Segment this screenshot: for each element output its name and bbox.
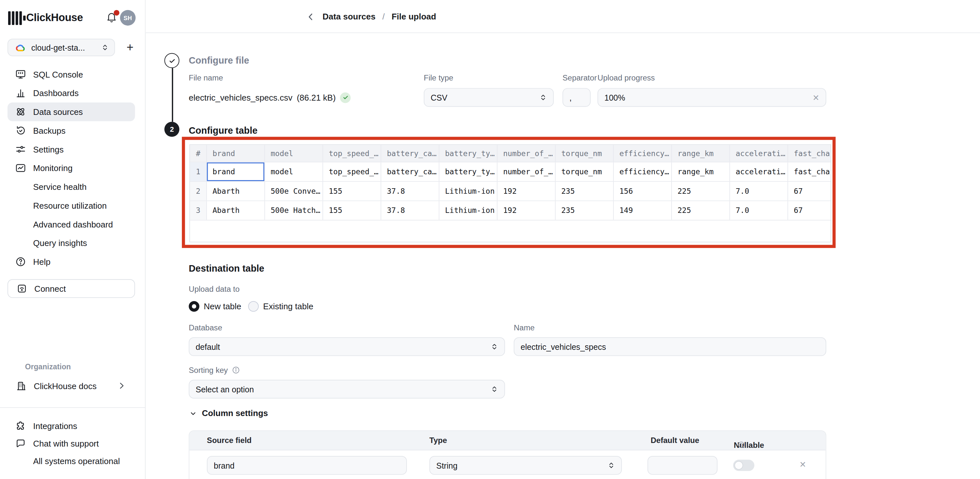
preview-header-cell[interactable]: number_of_…	[498, 162, 555, 181]
sidebar-item-label: Integrations	[33, 421, 77, 431]
sidebar-item-data-sources[interactable]: Data sources	[8, 103, 135, 121]
connect-button[interactable]: Connect	[8, 279, 135, 298]
column-settings-label: Column settings	[202, 409, 268, 418]
preview-header-cell[interactable]: torque_nm	[555, 162, 614, 181]
preview-header-cell[interactable]: fast_cha	[788, 162, 831, 181]
sidebar-item-help[interactable]: Help	[8, 252, 135, 271]
preview-column-header: fast_cha	[788, 145, 831, 162]
connect-icon	[16, 283, 28, 294]
cs-header-type: Type	[429, 436, 447, 445]
check-icon	[342, 94, 348, 101]
destination-title: Destination table	[189, 263, 264, 274]
preview-data-cell: 235	[555, 182, 614, 201]
chat-icon	[15, 438, 26, 449]
info-icon	[737, 441, 745, 449]
sidebar-item-advanced-dashboard[interactable]: Advanced dashboard	[8, 215, 135, 234]
separator-input[interactable]	[562, 88, 591, 107]
preview-header-cell[interactable]: battery_ty…	[439, 162, 498, 181]
type-select[interactable]: String	[429, 456, 622, 475]
clickhouse-logo-icon	[8, 11, 25, 25]
source-field-input[interactable]	[207, 456, 407, 475]
add-service-button[interactable]: +	[123, 39, 137, 56]
preview-header-cell[interactable]: battery_ca…	[381, 162, 439, 181]
sidebar-item-sql-console[interactable]: SQL Console	[8, 65, 135, 84]
back-button[interactable]	[305, 11, 316, 23]
preview-header-cell[interactable]: accelerati…	[730, 162, 788, 181]
sidebar-item-query-insights[interactable]: Query insights	[8, 234, 135, 252]
sidebar-item-integrations[interactable]: Integrations	[8, 417, 135, 435]
radio-existing-table-label[interactable]: Existing table	[263, 302, 313, 311]
radio-new-table[interactable]	[189, 301, 199, 312]
breadcrumb-item-file-upload[interactable]: File upload	[391, 12, 436, 21]
brand-name: ClickHouse	[26, 11, 83, 25]
sidebar-item-label: Help	[33, 257, 50, 266]
cs-header-default: Default value	[651, 436, 700, 445]
database-label: Database	[189, 324, 222, 332]
blank-icon	[15, 181, 26, 192]
service-selector[interactable]: cloud-get-sta...	[8, 39, 115, 56]
blank-icon	[15, 200, 26, 211]
upload-progress-label: Upload progress	[598, 74, 655, 82]
preview-data-cell: 192	[498, 201, 555, 220]
blank-icon	[15, 237, 26, 249]
sidebar-item-label: Data sources	[33, 107, 83, 116]
radio-new-table-label[interactable]: New table	[204, 302, 241, 311]
preview-table-row: 1brandmodeltop_speed_…battery_ca…battery…	[190, 162, 831, 182]
sidebar-item-chat-with-support[interactable]: Chat with support	[8, 435, 135, 452]
sidebar-item-label: Monitoring	[33, 163, 72, 173]
sidebar-item-monitoring[interactable]: Monitoring	[8, 159, 135, 178]
file-valid-badge	[340, 92, 351, 103]
sidebar-item-label: All systems operational	[33, 456, 120, 466]
sidebar-item-clickhouse-docs[interactable]: ClickHouse docs	[8, 377, 135, 396]
section-title-configure-table: Configure table	[189, 125, 258, 136]
app-window: ClickHouse SH cloud-get-sta...	[0, 0, 980, 479]
remove-column-button[interactable]: ✕	[799, 460, 806, 469]
integrations-icon	[15, 420, 26, 431]
sidebar-item-settings[interactable]: Settings	[8, 140, 135, 159]
sidebar-item-label: Resource utilization	[33, 201, 107, 210]
file-type-label: File type	[424, 74, 453, 82]
table-name-input[interactable]	[514, 337, 826, 356]
sidebar-item-dashboards[interactable]: Dashboards	[8, 84, 135, 103]
sql-console-icon	[15, 69, 26, 80]
nullable-toggle[interactable]	[733, 460, 754, 471]
connect-label: Connect	[34, 284, 66, 293]
preview-header-cell[interactable]: top_speed_…	[323, 162, 381, 181]
sorting-key-select[interactable]: Select an option	[189, 380, 505, 398]
preview-data-cell: Abarth	[207, 182, 265, 201]
status-dot-icon	[15, 455, 26, 467]
preview-header-cell[interactable]: efficiency…	[614, 162, 672, 181]
sidebar-item-resource-utilization[interactable]: Resource utilization	[8, 196, 135, 215]
preview-column-header: brand	[207, 145, 265, 162]
column-settings-row: String✕	[189, 450, 826, 479]
sidebar-item-backups[interactable]: Backups	[8, 121, 135, 140]
sidebar-item-label: Chat with support	[33, 439, 99, 448]
chevron-up-down-icon	[491, 343, 498, 351]
radio-existing-table[interactable]	[248, 301, 259, 312]
chevron-right-icon	[117, 381, 126, 390]
file-size: (86.21 kB)	[297, 93, 336, 102]
notification-bell-icon[interactable]	[105, 11, 119, 25]
preview-header-cell[interactable]: model	[265, 162, 323, 181]
breadcrumb: Data sources / File upload	[323, 12, 436, 21]
organization-label: Organization	[25, 362, 71, 371]
preview-header-cell[interactable]: range_km	[672, 162, 730, 181]
section-title-configure-file: Configure file	[189, 55, 249, 65]
docs-icon	[16, 380, 27, 392]
breadcrumb-item-data-sources[interactable]: Data sources	[323, 12, 375, 21]
database-select[interactable]: default	[189, 337, 505, 356]
avatar[interactable]: SH	[120, 10, 136, 25]
file-name-label: File name	[189, 74, 223, 82]
preview-header-row: #brandmodeltop_speed_…battery_ca…battery…	[190, 145, 831, 163]
close-icon[interactable]: ✕	[813, 94, 819, 102]
file-type-select[interactable]: CSV	[424, 88, 554, 107]
preview-header-cell[interactable]: brand	[207, 162, 265, 181]
sidebar-item-all-systems-operational[interactable]: All systems operational	[8, 452, 135, 470]
chevron-up-down-icon	[491, 385, 498, 393]
sidebar-item-label: Backups	[33, 126, 65, 135]
preview-data-cell: 149	[614, 201, 672, 220]
column-settings-toggle[interactable]: Column settings	[189, 409, 268, 418]
default-value-input[interactable]	[648, 456, 718, 475]
sidebar-item-service-health[interactable]: Service health	[8, 178, 135, 196]
monitoring-icon	[15, 162, 26, 174]
